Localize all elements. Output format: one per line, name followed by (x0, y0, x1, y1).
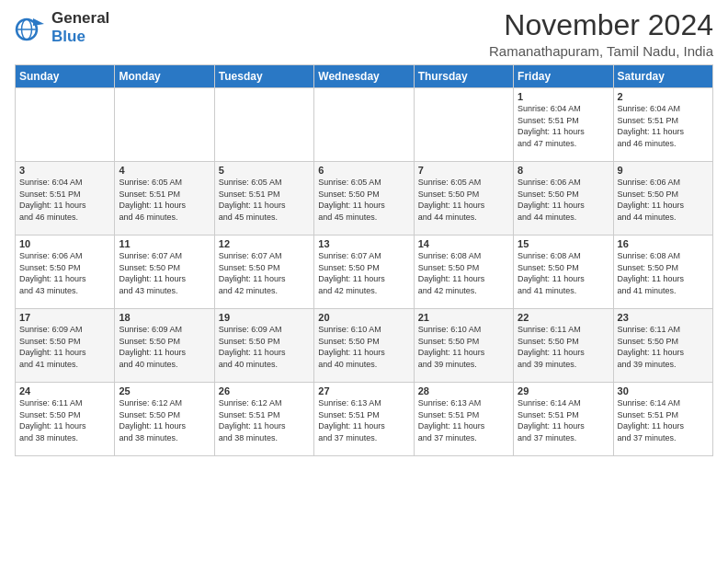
day-number: 19 (219, 312, 310, 323)
day-number: 8 (518, 165, 609, 176)
cell-info: Sunrise: 6:12 AMSunset: 5:50 PMDaylight:… (119, 397, 210, 443)
title-area: November 2024 Ramanathapuram, Tamil Nadu… (489, 9, 713, 59)
calendar-cell: 6Sunrise: 6:05 AMSunset: 5:50 PMDaylight… (314, 162, 414, 236)
calendar-cell: 27Sunrise: 6:13 AMSunset: 5:51 PMDayligh… (314, 383, 414, 456)
svg-marker-3 (33, 18, 44, 26)
day-number: 9 (618, 165, 709, 176)
calendar-cell: 15Sunrise: 6:08 AMSunset: 5:50 PMDayligh… (514, 236, 613, 309)
calendar: Sunday Monday Tuesday Wednesday Thursday… (15, 64, 713, 456)
cell-info: Sunrise: 6:08 AMSunset: 5:50 PMDaylight:… (418, 250, 509, 296)
cell-info: Sunrise: 6:06 AMSunset: 5:50 PMDaylight:… (19, 250, 110, 296)
day-number: 27 (318, 385, 409, 396)
cell-info: Sunrise: 6:05 AMSunset: 5:51 PMDaylight:… (119, 177, 210, 223)
cell-info: Sunrise: 6:07 AMSunset: 5:50 PMDaylight:… (318, 250, 409, 296)
calendar-cell: 11Sunrise: 6:07 AMSunset: 5:50 PMDayligh… (115, 236, 214, 309)
col-sunday: Sunday (16, 65, 115, 88)
day-number: 5 (219, 165, 310, 176)
calendar-header-row: Sunday Monday Tuesday Wednesday Thursday… (16, 65, 713, 88)
page: General Blue November 2024 Ramanathapura… (0, 0, 728, 464)
col-wednesday: Wednesday (314, 65, 414, 88)
cell-info: Sunrise: 6:05 AMSunset: 5:50 PMDaylight:… (318, 177, 409, 223)
cell-info: Sunrise: 6:10 AMSunset: 5:50 PMDaylight:… (418, 324, 509, 370)
calendar-week-row: 10Sunrise: 6:06 AMSunset: 5:50 PMDayligh… (16, 236, 713, 309)
cell-info: Sunrise: 6:13 AMSunset: 5:51 PMDaylight:… (318, 397, 409, 443)
calendar-cell: 30Sunrise: 6:14 AMSunset: 5:51 PMDayligh… (613, 383, 712, 456)
calendar-week-row: 17Sunrise: 6:09 AMSunset: 5:50 PMDayligh… (16, 309, 713, 383)
day-number: 17 (19, 312, 110, 323)
cell-info: Sunrise: 6:05 AMSunset: 5:51 PMDaylight:… (219, 177, 310, 223)
calendar-cell: 13Sunrise: 6:07 AMSunset: 5:50 PMDayligh… (314, 236, 414, 309)
day-number: 16 (618, 238, 709, 249)
calendar-cell: 25Sunrise: 6:12 AMSunset: 5:50 PMDayligh… (115, 383, 214, 456)
day-number: 13 (318, 238, 409, 249)
calendar-cell: 10Sunrise: 6:06 AMSunset: 5:50 PMDayligh… (16, 236, 115, 309)
calendar-cell: 24Sunrise: 6:11 AMSunset: 5:50 PMDayligh… (16, 383, 115, 456)
logo-icon (15, 11, 48, 44)
cell-info: Sunrise: 6:12 AMSunset: 5:51 PMDaylight:… (219, 397, 310, 443)
cell-info: Sunrise: 6:09 AMSunset: 5:50 PMDaylight:… (219, 324, 310, 370)
calendar-cell: 28Sunrise: 6:13 AMSunset: 5:51 PMDayligh… (414, 383, 513, 456)
day-number: 6 (318, 165, 409, 176)
calendar-cell: 2Sunrise: 6:04 AMSunset: 5:51 PMDaylight… (613, 88, 712, 162)
cell-info: Sunrise: 6:11 AMSunset: 5:50 PMDaylight:… (618, 324, 709, 370)
calendar-cell: 29Sunrise: 6:14 AMSunset: 5:51 PMDayligh… (514, 383, 613, 456)
calendar-cell: 4Sunrise: 6:05 AMSunset: 5:51 PMDaylight… (115, 162, 214, 236)
col-monday: Monday (115, 65, 214, 88)
logo: General Blue (15, 9, 109, 47)
calendar-cell (16, 88, 115, 162)
calendar-cell: 22Sunrise: 6:11 AMSunset: 5:50 PMDayligh… (514, 309, 613, 383)
calendar-cell (314, 88, 414, 162)
day-number: 21 (418, 312, 509, 323)
calendar-cell: 8Sunrise: 6:06 AMSunset: 5:50 PMDaylight… (514, 162, 613, 236)
calendar-cell (414, 88, 513, 162)
col-friday: Friday (514, 65, 613, 88)
calendar-cell (115, 88, 214, 162)
calendar-cell: 18Sunrise: 6:09 AMSunset: 5:50 PMDayligh… (115, 309, 214, 383)
month-title: November 2024 (489, 9, 713, 41)
cell-info: Sunrise: 6:14 AMSunset: 5:51 PMDaylight:… (518, 397, 609, 443)
cell-info: Sunrise: 6:09 AMSunset: 5:50 PMDaylight:… (19, 324, 110, 370)
calendar-cell: 1Sunrise: 6:04 AMSunset: 5:51 PMDaylight… (514, 88, 613, 162)
day-number: 14 (418, 238, 509, 249)
cell-info: Sunrise: 6:14 AMSunset: 5:51 PMDaylight:… (618, 397, 709, 443)
calendar-cell: 5Sunrise: 6:05 AMSunset: 5:51 PMDaylight… (214, 162, 313, 236)
day-number: 28 (418, 385, 509, 396)
calendar-week-row: 1Sunrise: 6:04 AMSunset: 5:51 PMDaylight… (16, 88, 713, 162)
day-number: 4 (119, 165, 210, 176)
cell-info: Sunrise: 6:09 AMSunset: 5:50 PMDaylight:… (119, 324, 210, 370)
day-number: 7 (418, 165, 509, 176)
calendar-cell: 3Sunrise: 6:04 AMSunset: 5:51 PMDaylight… (16, 162, 115, 236)
logo-text: General Blue (51, 9, 109, 47)
day-number: 25 (119, 385, 210, 396)
calendar-cell: 16Sunrise: 6:08 AMSunset: 5:50 PMDayligh… (613, 236, 712, 309)
day-number: 24 (19, 385, 110, 396)
cell-info: Sunrise: 6:11 AMSunset: 5:50 PMDaylight:… (19, 397, 110, 443)
day-number: 23 (618, 312, 709, 323)
cell-info: Sunrise: 6:06 AMSunset: 5:50 PMDaylight:… (618, 177, 709, 223)
calendar-week-row: 3Sunrise: 6:04 AMSunset: 5:51 PMDaylight… (16, 162, 713, 236)
cell-info: Sunrise: 6:08 AMSunset: 5:50 PMDaylight:… (518, 250, 609, 296)
day-number: 10 (19, 238, 110, 249)
calendar-cell: 9Sunrise: 6:06 AMSunset: 5:50 PMDaylight… (613, 162, 712, 236)
cell-info: Sunrise: 6:06 AMSunset: 5:50 PMDaylight:… (518, 177, 609, 223)
calendar-week-row: 24Sunrise: 6:11 AMSunset: 5:50 PMDayligh… (16, 383, 713, 456)
day-number: 12 (219, 238, 310, 249)
calendar-cell (214, 88, 313, 162)
day-number: 1 (518, 91, 609, 102)
cell-info: Sunrise: 6:05 AMSunset: 5:50 PMDaylight:… (418, 177, 509, 223)
cell-info: Sunrise: 6:10 AMSunset: 5:50 PMDaylight:… (318, 324, 409, 370)
cell-info: Sunrise: 6:11 AMSunset: 5:50 PMDaylight:… (518, 324, 609, 370)
cell-info: Sunrise: 6:04 AMSunset: 5:51 PMDaylight:… (19, 177, 110, 223)
col-saturday: Saturday (613, 65, 712, 88)
header: General Blue November 2024 Ramanathapura… (15, 9, 713, 59)
day-number: 22 (518, 312, 609, 323)
calendar-cell: 14Sunrise: 6:08 AMSunset: 5:50 PMDayligh… (414, 236, 513, 309)
cell-info: Sunrise: 6:07 AMSunset: 5:50 PMDaylight:… (219, 250, 310, 296)
calendar-cell: 20Sunrise: 6:10 AMSunset: 5:50 PMDayligh… (314, 309, 414, 383)
location: Ramanathapuram, Tamil Nadu, India (489, 43, 713, 59)
day-number: 20 (318, 312, 409, 323)
day-number: 29 (518, 385, 609, 396)
day-number: 18 (119, 312, 210, 323)
calendar-cell: 21Sunrise: 6:10 AMSunset: 5:50 PMDayligh… (414, 309, 513, 383)
day-number: 30 (618, 385, 709, 396)
